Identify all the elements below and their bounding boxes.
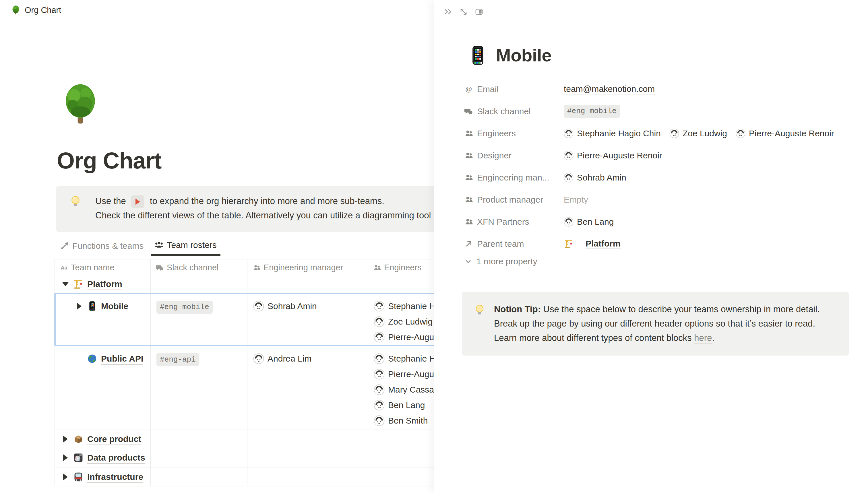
notion-tip-text[interactable]: Notion Tip: Use the space below to descr… — [494, 302, 837, 345]
text-icon: Aa — [60, 264, 68, 272]
page-title[interactable]: Org Chart — [57, 147, 161, 174]
property-label-text: Designer — [477, 151, 511, 160]
person-name: Pierre-Auguste Renoir — [577, 150, 662, 161]
engineering-manager-cell[interactable] — [248, 276, 368, 293]
row-toggle-collapsed-icon[interactable] — [61, 452, 70, 463]
row-toggle-collapsed-icon[interactable] — [61, 471, 70, 483]
property-list: @Emailteam@makenotion.comSlack channel#e… — [464, 78, 848, 255]
callout-text[interactable]: Use the to expand the org hierarchy into… — [95, 194, 431, 223]
person-mention[interactable]: Pierre-Auguste Renoir — [736, 128, 834, 139]
property-value[interactable]: Pierre-Auguste Renoir — [564, 150, 662, 161]
property-value[interactable]: Stephanie Hagio ChinZoe LudwigPierre-Aug… — [564, 128, 834, 139]
avatar — [669, 129, 679, 138]
chat-icon — [464, 107, 473, 116]
property-label: Engineering man... — [464, 173, 564, 183]
globe-icon — [87, 353, 97, 364]
property-value[interactable]: #eng-mobile — [564, 105, 620, 117]
property-value[interactable]: Sohrab Amin — [564, 172, 626, 183]
crane-icon — [564, 239, 573, 249]
engineering-manager-cell[interactable] — [248, 448, 368, 467]
property-value[interactable]: Ben Lang — [564, 216, 614, 227]
person-mention[interactable]: Sohrab Amin — [253, 301, 317, 312]
notion-app: Org Chart Org Chart Use the to expand th… — [0, 0, 868, 493]
person-mention[interactable]: Sohrab Amin — [564, 172, 626, 183]
team-name-cell[interactable]: Public API — [55, 346, 151, 430]
property-row-parent-team[interactable]: Parent teamPlatform — [464, 233, 848, 255]
slack-channel-cell[interactable] — [151, 430, 248, 448]
phone-icon — [87, 301, 97, 312]
property-row-xfn-partners[interactable]: XFN PartnersBen Lang — [464, 211, 848, 233]
double-chevron-right-icon[interactable] — [444, 7, 452, 16]
row-toggle-expanded-icon[interactable] — [61, 279, 70, 290]
avatar — [564, 217, 573, 227]
avatar — [253, 301, 264, 312]
engineering-manager-cell[interactable] — [248, 468, 368, 486]
slack-channel-cell[interactable] — [151, 468, 248, 486]
lightbulb-icon — [473, 304, 486, 317]
team-name-cell[interactable]: Core product — [55, 430, 151, 448]
people-icon — [464, 151, 473, 160]
person-name: Zoe Ludwig — [682, 128, 727, 139]
slack-channel-cell[interactable] — [151, 448, 248, 467]
property-label-text: Product manager — [477, 195, 543, 205]
slack-channel-cell[interactable]: #eng-api — [151, 346, 248, 430]
person-mention[interactable]: Ben Lang — [564, 216, 614, 227]
chevron-down-icon — [464, 258, 472, 265]
property-row-product-manager[interactable]: Product managerEmpty — [464, 189, 848, 211]
team-page-link[interactable]: Public API — [101, 353, 143, 365]
person-mention[interactable]: Zoe Ludwig — [669, 128, 727, 139]
expand-icon[interactable] — [459, 7, 468, 16]
team-page-link[interactable]: Data products — [87, 452, 145, 464]
engineering-manager-cell[interactable]: Sohrab Amin — [248, 293, 368, 345]
avatar — [374, 384, 385, 395]
team-name-cell[interactable]: Mobile — [55, 293, 151, 345]
box-icon — [73, 434, 84, 444]
tab-team-rosters[interactable]: Team rosters — [151, 239, 220, 256]
person-mention[interactable]: Pierre-Auguste Renoir — [564, 150, 662, 161]
team-page-link[interactable]: Core product — [87, 434, 141, 445]
engineering-manager-cell[interactable] — [248, 430, 368, 448]
avatar — [564, 173, 573, 183]
team-page-link[interactable]: Mobile — [101, 301, 128, 312]
property-value[interactable]: team@makenotion.com — [564, 84, 655, 94]
panel-page-title[interactable]: Mobile — [496, 45, 551, 65]
column-header-team-name[interactable]: AaTeam name — [55, 259, 151, 276]
slack-channel-cell[interactable]: #eng-mobile — [151, 293, 248, 345]
column-header-slack-channel[interactable]: Slack channel — [151, 259, 248, 276]
row-toggle-collapsed-icon[interactable] — [75, 301, 84, 312]
team-name-cell[interactable]: Data products — [55, 448, 151, 467]
breadcrumb[interactable]: Org Chart — [11, 5, 61, 15]
parent-team-link[interactable]: Platform — [586, 239, 620, 249]
engineering-manager-cell[interactable]: Andrea Lim — [248, 346, 368, 430]
property-row-email[interactable]: @Emailteam@makenotion.com — [464, 78, 848, 100]
team-page-link[interactable]: Platform — [87, 279, 122, 290]
people-group-icon — [154, 240, 164, 250]
person-name: Pierre-Auguste Renoir — [749, 128, 834, 139]
property-value[interactable]: Empty — [564, 195, 588, 205]
more-properties-button[interactable]: 1 more property — [464, 257, 537, 266]
property-row-engineers[interactable]: EngineersStephanie Hagio ChinZoe LudwigP… — [464, 122, 848, 144]
person-name: Sohrab Amin — [577, 172, 626, 183]
property-row-designer[interactable]: DesignerPierre-Auguste Renoir — [464, 144, 848, 167]
mobile-phone-emoji-icon — [468, 45, 488, 65]
row-toggle-collapsed-icon[interactable] — [61, 434, 70, 445]
slack-channel-cell[interactable] — [151, 276, 248, 293]
team-page-link[interactable]: Infrastructure — [87, 471, 143, 483]
email-link[interactable]: team@makenotion.com — [564, 84, 655, 94]
team-name-cell[interactable]: Platform — [55, 276, 151, 293]
slack-channel-chip: #eng-mobile — [156, 301, 213, 314]
avatar — [374, 415, 385, 426]
property-value[interactable]: Platform — [564, 239, 620, 249]
side-peek-icon[interactable] — [475, 7, 483, 16]
tab-functions-teams[interactable]: Functions & teams — [56, 239, 147, 256]
column-header-engineering-manager[interactable]: Engineering manager — [248, 259, 368, 276]
team-name-cell[interactable]: Infrastructure — [55, 468, 151, 486]
person-mention[interactable]: Stephanie Hagio Chin — [564, 128, 661, 139]
page-icon-tree[interactable] — [59, 83, 102, 126]
property-row-engineering-man[interactable]: Engineering man...Sohrab Amin — [464, 167, 848, 189]
property-row-slack-channel[interactable]: Slack channel#eng-mobile — [464, 100, 848, 122]
slack-channel-chip: #eng-api — [156, 353, 199, 366]
here-link[interactable]: here — [694, 333, 712, 343]
person-mention[interactable]: Andrea Lim — [253, 353, 312, 364]
property-label: Product manager — [464, 195, 564, 205]
